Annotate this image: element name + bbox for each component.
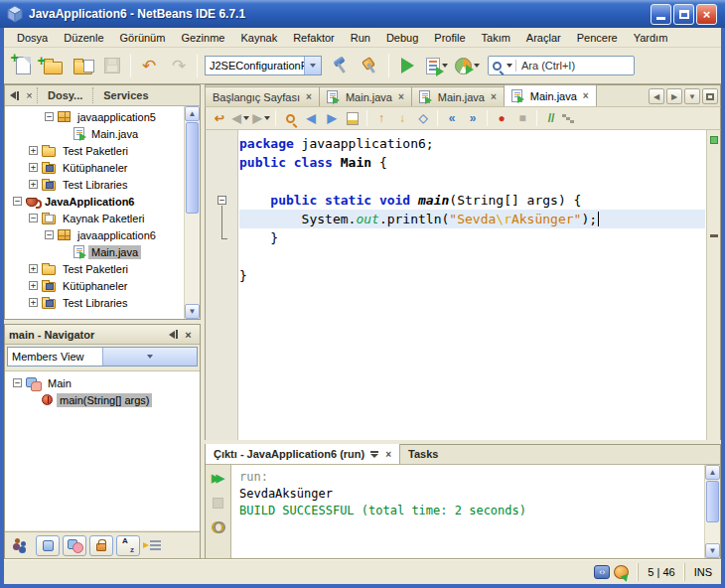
- tab-close-icon[interactable]: ×: [306, 91, 312, 102]
- rerun-button[interactable]: ▶▶: [210, 469, 227, 487]
- scroll-down-icon[interactable]: ▼: [705, 543, 720, 558]
- minimize-window-icon[interactable]: [370, 451, 379, 458]
- tab-close-icon[interactable]: ×: [398, 91, 404, 102]
- close-window-icon[interactable]: ×: [181, 327, 196, 342]
- scrollbar-thumb[interactable]: [706, 481, 719, 522]
- redo-button[interactable]: ↷: [164, 51, 194, 80]
- tab-files[interactable]: Dosy...: [37, 87, 92, 103]
- tab-tasks[interactable]: Tasks: [400, 444, 446, 464]
- debug-project-button[interactable]: [422, 51, 452, 80]
- editor-tab[interactable]: Main.java×: [504, 84, 597, 106]
- minimize-window-group-icon[interactable]: [166, 327, 181, 342]
- close-window-icon[interactable]: ×: [22, 88, 37, 103]
- chevron-down-icon[interactable]: [102, 348, 198, 366]
- editor-tab[interactable]: Main.java×: [319, 86, 412, 106]
- menu-item[interactable]: Yardım: [627, 30, 675, 46]
- scrollbar-thumb[interactable]: [186, 122, 199, 214]
- menu-item[interactable]: Takım: [475, 30, 517, 46]
- save-all-button[interactable]: [97, 51, 127, 80]
- scroll-down-icon[interactable]: ▼: [185, 304, 200, 319]
- tab-close-icon[interactable]: ×: [583, 90, 589, 101]
- projects-scrollbar[interactable]: ▲ ▼: [184, 106, 200, 319]
- find-previous-button[interactable]: ◀: [301, 109, 321, 128]
- collapse-icon[interactable]: −: [45, 112, 54, 121]
- tree-item[interactable]: +Test Libraries: [5, 294, 184, 311]
- output-console[interactable]: run:SevdaAksüngerBUILD SUCCESSFUL (total…: [231, 465, 704, 558]
- indexing-status-icon[interactable]: ‹›: [594, 565, 610, 579]
- menu-item[interactable]: Refaktor: [286, 30, 342, 46]
- tree-item[interactable]: +Test Libraries: [5, 176, 184, 193]
- menu-item[interactable]: Gezinme: [174, 30, 231, 46]
- undo-button[interactable]: ↶: [134, 51, 164, 80]
- tree-item[interactable]: −Main: [5, 374, 200, 391]
- new-project-button[interactable]: [38, 51, 68, 80]
- scroll-up-icon[interactable]: ▲: [705, 465, 720, 480]
- profile-project-button[interactable]: [452, 51, 482, 80]
- show-inherited-members-button[interactable]: [9, 535, 33, 556]
- run-project-button[interactable]: [392, 51, 422, 80]
- collapse-icon[interactable]: −: [13, 197, 22, 206]
- expand-icon[interactable]: +: [29, 264, 38, 273]
- navigator-view-select[interactable]: Members View: [7, 347, 198, 367]
- next-bookmark-button[interactable]: ↓: [392, 109, 412, 128]
- expand-icon[interactable]: +: [29, 163, 38, 172]
- code-line[interactable]: }: [239, 228, 705, 247]
- tab-close-icon[interactable]: ×: [491, 91, 497, 102]
- chevron-down-icon[interactable]: [304, 57, 321, 74]
- quick-search[interactable]: Ara (Ctrl+I): [488, 56, 635, 75]
- ant-settings-button[interactable]: [210, 518, 227, 536]
- expand-icon[interactable]: +: [29, 281, 38, 290]
- tree-item[interactable]: Main.java: [5, 125, 184, 142]
- tab-output[interactable]: Çıktı - JavaApplication6 (run) ×: [206, 444, 400, 464]
- minimize-window-group-icon[interactable]: [7, 88, 22, 103]
- code-line[interactable]: }: [239, 266, 705, 285]
- shift-line-right-button[interactable]: »: [463, 109, 483, 128]
- menu-item[interactable]: Debug: [379, 30, 425, 46]
- show-non-public-members-button[interactable]: [89, 535, 113, 556]
- editor-tab[interactable]: Başlangıç Sayfası×: [205, 86, 320, 106]
- minimize-button[interactable]: [651, 4, 671, 25]
- fold-collapse-icon[interactable]: −: [218, 196, 226, 205]
- collapse-icon[interactable]: −: [45, 230, 54, 239]
- find-next-button[interactable]: ▶: [322, 109, 342, 128]
- collapse-icon[interactable]: −: [29, 214, 38, 222]
- sort-by-source-button[interactable]: [143, 535, 167, 556]
- code-line[interactable]: public static void main(String[] args) {: [239, 191, 705, 210]
- expand-icon[interactable]: +: [29, 146, 38, 155]
- last-edit-position-button[interactable]: ↩: [210, 109, 229, 128]
- scroll-up-icon[interactable]: ▲: [185, 106, 200, 121]
- code-line[interactable]: public class Main {: [239, 153, 705, 172]
- expand-icon[interactable]: +: [29, 180, 38, 189]
- code-line[interactable]: [239, 172, 705, 191]
- tree-item[interactable]: main(String[] args): [5, 391, 200, 408]
- tree-item[interactable]: Main.java: [5, 243, 184, 260]
- search-input[interactable]: Ara (Ctrl+I): [515, 60, 630, 72]
- tree-item[interactable]: +Kütüphaneler: [5, 277, 184, 294]
- tree-item[interactable]: −Kaynak Paketleri: [5, 210, 184, 226]
- code-line[interactable]: [239, 247, 705, 266]
- tree-item[interactable]: +Test Paketleri: [5, 260, 184, 277]
- menu-item[interactable]: Kaynak: [233, 30, 284, 46]
- shift-line-left-button[interactable]: «: [442, 109, 462, 128]
- maximize-button[interactable]: [673, 4, 694, 25]
- new-file-button[interactable]: [8, 51, 38, 80]
- menu-item[interactable]: Dosya: [10, 30, 55, 46]
- show-fields-button[interactable]: [36, 535, 60, 556]
- menu-item[interactable]: Araçlar: [519, 30, 568, 46]
- collapse-icon[interactable]: −: [13, 378, 22, 387]
- menu-item[interactable]: Run: [344, 30, 377, 46]
- editor-tab[interactable]: Main.java×: [411, 86, 505, 106]
- forward-button[interactable]: ▶: [251, 109, 271, 128]
- comment-button[interactable]: //: [541, 109, 561, 128]
- show-static-members-button[interactable]: [63, 535, 86, 556]
- code-line[interactable]: System.out.println("Sevda\rAksünger");: [239, 210, 705, 228]
- back-button[interactable]: ◀: [230, 109, 250, 128]
- tree-item[interactable]: −javaapplication6: [5, 226, 184, 243]
- sort-by-name-button[interactable]: [116, 535, 140, 556]
- maximize-editor-icon[interactable]: [702, 88, 718, 104]
- clean-and-build-button[interactable]: [356, 51, 385, 80]
- close-button[interactable]: ×: [696, 4, 717, 25]
- close-icon[interactable]: ×: [385, 449, 391, 460]
- menu-item[interactable]: Görünüm: [113, 30, 173, 46]
- find-button[interactable]: [280, 109, 300, 128]
